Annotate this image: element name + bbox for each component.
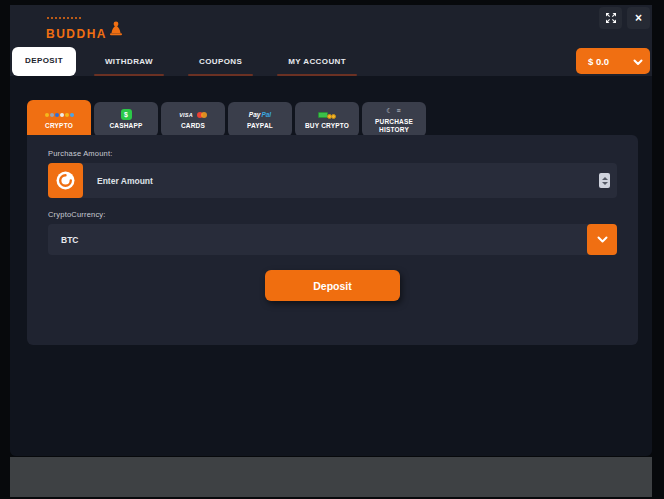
paytab-paypal[interactable]: PayPal PAYPAL (228, 102, 292, 137)
visa-mastercard-icon: VISA (179, 109, 207, 120)
deposit-modal: BUDDHA (10, 5, 652, 456)
number-stepper-icon[interactable] (599, 173, 610, 188)
tab-my-account[interactable]: MY ACCOUNT (275, 48, 359, 76)
buddha-logo: BUDDHA (46, 17, 123, 40)
currency-selected-value: BTC (48, 235, 587, 245)
page-background-strip (10, 457, 652, 497)
paytab-buy-crypto[interactable]: BUY CRYPTO (295, 102, 359, 137)
history-icon: ☾ ≡ (386, 105, 401, 116)
deposit-form-panel: Purchase Amount: CryptoCurrency: (27, 135, 638, 345)
crypto-coins-icon (45, 109, 74, 120)
coin-icon (48, 163, 83, 198)
cashapp-icon: $ (121, 109, 132, 120)
modal-header: BUDDHA (10, 5, 652, 76)
amount-input-row (48, 163, 617, 198)
cryptocurrency-label: CryptoCurrency: (48, 210, 617, 219)
screen: BUDDHA (0, 0, 664, 499)
amount-input[interactable] (83, 163, 599, 198)
paytab-cards[interactable]: VISA CARDS (161, 102, 225, 137)
logo-dots-icon (47, 17, 123, 19)
tab-coupons[interactable]: COUPONS (186, 48, 255, 76)
balance-amount: $ 0.0 (588, 56, 609, 67)
balance-area: $ 0.0 (576, 48, 650, 79)
tab-deposit[interactable]: DEPOSIT (12, 47, 76, 76)
modal-content: CRYPTO $ CASHAPP VISA CARDS (10, 76, 652, 456)
balance-button[interactable]: $ 0.0 (576, 48, 650, 74)
currency-select[interactable]: BTC (48, 224, 617, 255)
chevron-down-icon (633, 54, 643, 69)
money-coins-icon (318, 109, 336, 120)
paypal-icon: PayPal (249, 109, 271, 120)
logo-text: BUDDHA (46, 28, 107, 40)
paytab-crypto[interactable]: CRYPTO (27, 100, 91, 139)
window-controls: × (599, 7, 650, 29)
deposit-button[interactable]: Deposit (265, 270, 400, 301)
select-chevron-down-icon[interactable] (587, 224, 617, 255)
paytab-purchase-history[interactable]: ☾ ≡ PURCHASE HISTORY (362, 102, 426, 137)
paytab-cashapp[interactable]: $ CASHAPP (94, 102, 158, 137)
expand-icon[interactable] (599, 7, 622, 29)
purchase-amount-label: Purchase Amount: (48, 149, 617, 158)
close-icon[interactable]: × (627, 7, 650, 29)
tab-withdraw[interactable]: WITHDRAW (92, 48, 166, 76)
buddha-figure-icon (109, 21, 123, 40)
payment-method-tabs: CRYPTO $ CASHAPP VISA CARDS (27, 100, 429, 139)
nav-tabs: DEPOSIT WITHDRAW COUPONS MY ACCOUNT (12, 47, 369, 76)
